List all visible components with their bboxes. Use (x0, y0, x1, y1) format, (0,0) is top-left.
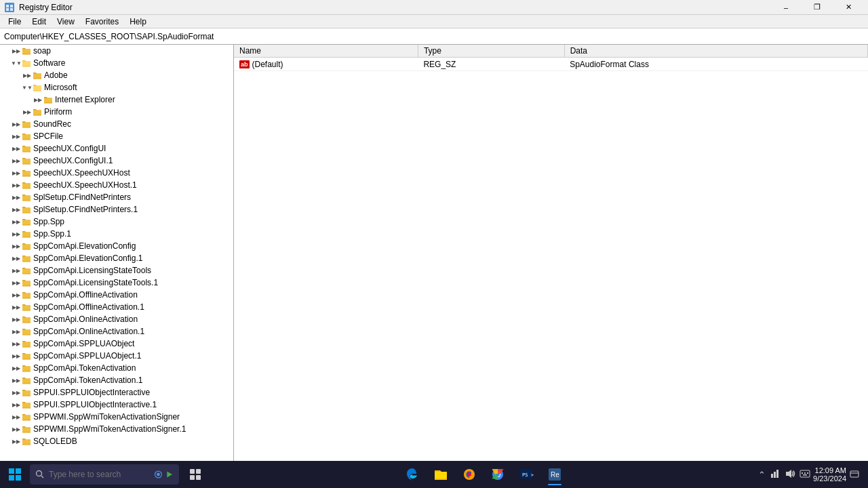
tree-arrow-speechux-speechuxhost[interactable]: ▶ (11, 167, 22, 178)
tree-arrow-sppcomapi-elevationconfig1[interactable]: ▶ (11, 253, 22, 264)
menu-file[interactable]: File (3, 16, 26, 28)
tree-arrow-sppui-sppluiobjectinteractive[interactable]: ▶ (11, 387, 22, 398)
tree-arrow-sqloledb[interactable]: ▶ (11, 436, 22, 447)
tree-item-sppcomapi-licensingstatetools1[interactable]: ▶SppComApi.LicensingStateTools.1 (0, 277, 233, 289)
tree-item-sppwmi-sppwmitokenactivationsigner1[interactable]: ▶SPPWMI.SppWmiTokenActivationSigner.1 (0, 423, 233, 435)
tree-item-sppcomapi-elevationconfig[interactable]: ▶SppComApi.ElevationConfig (0, 240, 233, 252)
network-icon[interactable] (770, 468, 781, 481)
tree-arrow-piriform[interactable]: ▶ (22, 106, 33, 117)
taskbar-app-explorer[interactable] (427, 462, 454, 487)
tree-item-speechux-configui[interactable]: ▶SpeechUX.ConfigUI (0, 142, 233, 155)
tree-arrow-sppui-sppluiobjectinteractive1[interactable]: ▶ (11, 399, 22, 410)
volume-icon[interactable] (785, 468, 795, 481)
tree-arrow-sppcomapi-offlineactivation1[interactable]: ▶ (11, 302, 22, 312)
tree-arrow-speechux-configui1[interactable]: ▶ (11, 155, 22, 166)
tree-arrow-sppcomapi-tokenactivation1[interactable]: ▶ (11, 375, 22, 386)
taskbar-app-firefox[interactable] (456, 462, 483, 487)
tree-item-spp-spp[interactable]: ▶Spp.Spp (0, 216, 233, 228)
tree-item-sppcomapi-tokenactivation[interactable]: ▶SppComApi.TokenActivation (0, 362, 233, 374)
task-view-button[interactable] (182, 462, 209, 487)
tree-item-spp-spp1[interactable]: ▶Spp.Spp.1 (0, 228, 233, 240)
tree-item-sppcomapi-sppluaobject[interactable]: ▶SppComApi.SPPLUAObject (0, 338, 233, 350)
tree-item-sppcomapi-licensingstatetols[interactable]: ▶SppComApi.LicensingStateTools (0, 264, 233, 277)
tree-item-sppcomapi-onlineactivation[interactable]: ▶SppComApi.OnlineActivation (0, 313, 233, 325)
tree-arrow-soap[interactable]: ▶ (11, 45, 22, 56)
menu-view[interactable]: View (52, 16, 80, 28)
tree-arrow-sppcomapi-onlineactivation[interactable]: ▶ (11, 314, 22, 325)
tree-item-sppui-sppluiobjectinteractive1[interactable]: ▶SPPUI.SPPLUIObjectInteractive.1 (0, 399, 233, 411)
tree-arrow-sppcomapi-offlineactivation[interactable]: ▶ (11, 289, 22, 300)
tree-item-sppcomapi-offlineactivation[interactable]: ▶SppComApi.OfflineActivation (0, 289, 233, 301)
folder-icon-sppcomapi-licensingstatetols (22, 266, 31, 275)
tree-arrow-splsetup-cfindnetprinters1[interactable]: ▶ (11, 204, 22, 215)
menu-favorites[interactable]: Favorites (80, 16, 124, 28)
tree-item-soundrec[interactable]: ▶SoundRec (0, 118, 233, 130)
taskbar-app-terminal[interactable]: PS > (513, 462, 540, 487)
taskbar-app-edge[interactable] (399, 462, 426, 487)
tree-item-sppwmi-sppwmitokenactivationsigner[interactable]: ▶SPPWMI.SppWmiTokenActivationSigner (0, 411, 233, 423)
tree-item-spcfile[interactable]: ▶SPCFile (0, 130, 233, 142)
tree-item-splsetup-cfindnetprinters[interactable]: ▶SplSetup.CFindNetPrinters (0, 191, 233, 203)
tree-arrow-spcfile[interactable]: ▶ (11, 131, 22, 142)
col-data[interactable]: Data (564, 45, 867, 58)
taskbar-app-chrome[interactable] (484, 462, 511, 487)
tree-item-sppcomapi-tokenactivation1[interactable]: ▶SppComApi.TokenActivation.1 (0, 374, 233, 386)
tree-arrow-sppcomapi-tokenactivation[interactable]: ▶ (11, 363, 22, 373)
tree-item-sppui-sppluiobjectinteractive[interactable]: ▶SPPUI.SPPLUIObjectInteractive (0, 386, 233, 399)
tree-scroll[interactable]: ▶soap▼Software▶Adobe▼Microsoft▶Internet … (0, 45, 233, 461)
tree-arrow-microsoft[interactable]: ▼ (22, 82, 33, 93)
taskbar-search[interactable] (30, 464, 179, 485)
tree-arrow-sppcomapi-elevationconfig[interactable]: ▶ (11, 241, 22, 251)
svg-rect-15 (196, 469, 201, 474)
tree-arrow-splsetup-cfindnetprinters[interactable]: ▶ (11, 192, 22, 203)
tree-arrow-sppwmi-sppwmitokenactivationsigner1[interactable]: ▶ (11, 424, 22, 434)
tree-item-soap[interactable]: ▶soap (0, 45, 233, 57)
svg-rect-17 (196, 475, 201, 480)
tree-arrow-sppcomapi-licensingstatetols[interactable]: ▶ (11, 265, 22, 276)
tree-item-sppcomapi-elevationconfig1[interactable]: ▶SppComApi.ElevationConfig.1 (0, 252, 233, 264)
tree-arrow-speechux-configui[interactable]: ▶ (11, 143, 22, 154)
tree-item-sqloledb[interactable]: ▶SQLOLEDB (0, 435, 233, 447)
tree-item-sppcomapi-sppluaobject1[interactable]: ▶SppComApi.SPPLUAObject.1 (0, 350, 233, 362)
tree-arrow-sppcomapi-licensingstatetools1[interactable]: ▶ (11, 277, 22, 288)
restore-button[interactable]: ❐ (802, 0, 833, 15)
registry-row[interactable]: ab(Default)REG_SZSpAudioFormat Class (234, 58, 868, 71)
tree-arrow-sppwmi-sppwmitokenactivationsigner[interactable]: ▶ (11, 411, 22, 422)
tree-item-internet-explorer[interactable]: ▶Internet Explorer (0, 94, 233, 106)
search-input[interactable] (49, 470, 151, 479)
keyboard-icon[interactable] (800, 468, 810, 481)
tree-arrow-sppcomapi-sppluaobject1[interactable]: ▶ (11, 350, 22, 361)
start-button[interactable] (3, 462, 27, 487)
close-button[interactable]: ✕ (833, 0, 864, 15)
tree-arrow-soundrec[interactable]: ▶ (11, 119, 22, 129)
tree-arrow-software[interactable]: ▼ (11, 58, 22, 68)
col-name[interactable]: Name (234, 45, 418, 58)
menu-help[interactable]: Help (124, 16, 152, 28)
tree-arrow-sppcomapi-onlineactivation1[interactable]: ▶ (11, 326, 22, 337)
menu-edit[interactable]: Edit (26, 16, 52, 28)
taskbar-clock[interactable]: 12:09 AM 9/23/2024 (813, 466, 846, 483)
tree-item-speechux-speechuxhost1[interactable]: ▶SpeechUX.SpeechUXHost.1 (0, 179, 233, 191)
tree-arrow-adobe[interactable]: ▶ (22, 70, 33, 81)
tree-item-splsetup-cfindnetprinters1[interactable]: ▶SplSetup.CFindNetPrinters.1 (0, 203, 233, 216)
tree-item-adobe[interactable]: ▶Adobe (0, 69, 233, 81)
minimize-button[interactable]: – (770, 0, 802, 15)
tree-item-sppcomapi-onlineactivation1[interactable]: ▶SppComApi.OnlineActivation.1 (0, 325, 233, 338)
tree-arrow-speechux-speechuxhost1[interactable]: ▶ (11, 180, 22, 190)
col-type[interactable]: Type (418, 45, 564, 58)
tree-item-speechux-configui1[interactable]: ▶SpeechUX.ConfigUI.1 (0, 155, 233, 167)
tree-item-sppcomapi-offlineactivation1[interactable]: ▶SppComApi.OfflineActivation.1 (0, 301, 233, 313)
notification-icon[interactable] (849, 468, 860, 481)
taskbar-app-6[interactable]: Re (541, 462, 568, 487)
tree-arrow-sppcomapi-sppluaobject[interactable]: ▶ (11, 338, 22, 349)
chevron-up-icon[interactable]: ⌃ (758, 470, 766, 480)
tree-item-piriform[interactable]: ▶Piriform (0, 106, 233, 118)
tree-arrow-spp-spp1[interactable]: ▶ (11, 228, 22, 239)
tree-item-microsoft[interactable]: ▼Microsoft (0, 81, 233, 94)
registry-cell-data: SpAudioFormat Class (564, 58, 867, 71)
tree-item-speechux-speechuxhost[interactable]: ▶SpeechUX.SpeechUXHost (0, 167, 233, 179)
tree-item-software[interactable]: ▼Software (0, 57, 233, 69)
svg-line-10 (41, 476, 44, 479)
tree-arrow-internet-explorer[interactable]: ▶ (33, 94, 43, 105)
tree-arrow-spp-spp[interactable]: ▶ (11, 216, 22, 227)
